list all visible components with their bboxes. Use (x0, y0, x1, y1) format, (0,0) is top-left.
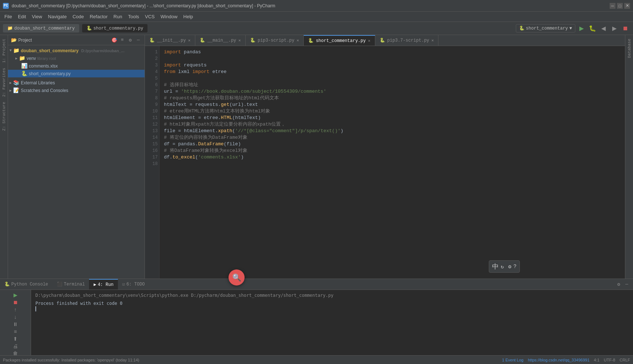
tab-short-close[interactable]: ✕ (368, 38, 371, 43)
scroll-down-button[interactable]: ↓ (11, 314, 19, 320)
tab-run[interactable]: ▶ 4: Run (89, 279, 118, 290)
ime-rotate-icon: ↻ (501, 264, 504, 270)
sidebar-item-favorites[interactable]: 2: Favorites (1, 66, 7, 99)
root-label: douban_short_commentary D:/pycharm/douba… (21, 48, 124, 53)
file-tree: ▼ 📁 douban_short_commentary D:/pycharm/d… (8, 45, 145, 279)
tab-main-close[interactable]: ✕ (238, 38, 241, 43)
external-icon: 📚 (13, 80, 19, 86)
menu-run[interactable]: Run (111, 12, 125, 21)
collapse-icon[interactable]: ≡ (119, 37, 126, 43)
code-editor[interactable]: 12345 678910 1112131415 161718 import pa… (145, 46, 625, 279)
print-button[interactable]: 🖨 (11, 343, 19, 349)
tab-main[interactable]: 🐍 __main__.py ✕ (195, 35, 246, 46)
tree-item-scratches[interactable]: ▶ 📝 Scratches and Consoles (8, 87, 145, 94)
venv-label: venv library root (27, 56, 56, 61)
menu-edit[interactable]: Edit (15, 12, 29, 21)
run-again-button[interactable]: ▶ (11, 292, 19, 298)
project-panel: 📂 Project 🎯 ≡ ⚙ — ▼ 📁 douban_short_comme… (8, 35, 145, 279)
bottom-tab-controls: ⚙ — (615, 281, 633, 288)
run-with-coverage-button[interactable]: ◀ (599, 24, 608, 33)
project-tab-label: douban_short_commentary (14, 26, 75, 31)
menu-window[interactable]: Window (158, 12, 180, 21)
run-icon: ▶ (93, 282, 96, 287)
tree-item-root[interactable]: ▼ 📁 douban_short_commentary D:/pycharm/d… (8, 47, 145, 54)
tab-pip3[interactable]: 🐍 pip3-script.py ✕ (246, 35, 304, 46)
line-numbers: 12345 678910 1112131415 161718 (145, 46, 160, 279)
sidebar-item-structure[interactable]: Z: Structure (1, 100, 7, 133)
tree-item-py[interactable]: 🐍 short_commentary.py (8, 70, 145, 77)
menu-help[interactable]: Help (180, 12, 196, 21)
tab-pip3-label: pip3-script.py (258, 38, 295, 43)
line-info: 4:1 (594, 358, 599, 362)
run-content: D:\pycharm\douban_short_commentary\venv\… (31, 290, 633, 355)
scroll-up-button[interactable]: ↑ (11, 307, 19, 313)
run-button[interactable]: ▶ (577, 24, 586, 33)
profile-button[interactable]: ▶ (610, 24, 619, 33)
menu-bar: File Edit View Navigate Code Refactor Ru… (0, 12, 633, 22)
code-line-3: import requests (164, 62, 621, 69)
project-tab[interactable]: 📁 douban_short_commentary (3, 24, 79, 32)
menu-navigate[interactable]: Navigate (45, 12, 69, 21)
list-view-button[interactable]: ≡ (11, 329, 19, 334)
sidebar-item-project[interactable]: 1: Project (1, 37, 7, 65)
ime-popup: 中 ↻ ⚙ ? (489, 260, 520, 273)
tab-pip3-close[interactable]: ✕ (297, 38, 299, 43)
clear-button[interactable]: 🗑 (11, 350, 19, 355)
find-button[interactable]: 🔍 (229, 269, 245, 286)
right-sidebar-strip: Database (625, 35, 633, 279)
tree-item-xlsx[interactable]: 📊 comments.xlsx (8, 62, 145, 70)
tab-python-console[interactable]: 🐍 Python Console (0, 279, 53, 290)
settings-icon[interactable]: ⚙ (127, 37, 134, 43)
menu-view[interactable]: View (29, 12, 45, 21)
hide-icon[interactable]: — (135, 37, 142, 43)
hide-panel-icon[interactable]: — (624, 281, 630, 288)
run-config-selector[interactable]: 🐍 short_commentary ▼ (516, 24, 575, 32)
tab-pip37-close[interactable]: ✕ (431, 38, 434, 43)
close-button[interactable]: ✕ (624, 3, 630, 9)
file-tab[interactable]: 🐍 short_commentary.py (82, 24, 148, 32)
maximize-button[interactable]: □ (617, 3, 623, 9)
database-label[interactable]: Database (626, 37, 632, 60)
menu-refactor[interactable]: Refactor (87, 12, 111, 21)
sort-button[interactable]: ⬆ (11, 336, 19, 342)
search-icon: 🔍 (232, 273, 241, 282)
stop-button[interactable]: ⏹ (621, 24, 630, 33)
stop-run-button[interactable]: ⏹ (11, 299, 19, 305)
menu-file[interactable]: File (1, 12, 15, 21)
code-line-5 (164, 75, 621, 82)
tab-todo[interactable]: ☑ 6: TODO (118, 279, 149, 290)
chevron-down-icon: ▼ (569, 26, 572, 31)
menu-vcs[interactable]: VCS (142, 12, 158, 21)
short-icon: 🐍 (308, 38, 314, 43)
tab-short-commentary[interactable]: 🐍 short_commentary.py ✕ (304, 35, 375, 46)
tab-terminal[interactable]: ⬛ Terminal (53, 279, 89, 290)
pause-button[interactable]: ⏸ (11, 321, 19, 327)
run-config-label: short_commentary (526, 26, 568, 31)
tab-init[interactable]: 🐍 __init__.py ✕ (145, 35, 195, 46)
code-content[interactable]: import pandas import requests from lxml … (160, 46, 625, 279)
pip3-icon: 🐍 (250, 38, 256, 43)
menu-tools[interactable]: Tools (125, 12, 142, 21)
ime-settings-icon[interactable]: ⚙ (508, 264, 511, 270)
code-line-11: htmlElement = etree.HTML(htmlText) (164, 115, 621, 121)
tab-init-close[interactable]: ✕ (188, 38, 191, 43)
menu-code[interactable]: Code (70, 12, 87, 21)
run-panel: ▶ ⏹ ↑ ↓ ⏸ ≡ ⬆ 🖨 🗑 D:\pycharm\douban_shor… (0, 290, 633, 355)
tab-short-label: short_commentary.py (316, 38, 366, 43)
git-link[interactable]: https://blog.csdn.net/qq_33496991 (528, 358, 590, 362)
event-log[interactable]: 1 Event Log (502, 358, 523, 362)
locate-icon[interactable]: 🎯 (111, 37, 118, 43)
bottom-tabs: 🐍 Python Console ⬛ Terminal ▶ 4: Run ☑ 6… (0, 279, 633, 290)
debug-button[interactable]: 🐛 (588, 24, 597, 33)
tab-pip37[interactable]: 🐍 pip3.7-script.py ✕ (375, 35, 439, 46)
ime-help-icon[interactable]: ? (514, 264, 517, 269)
app-icon: PC (3, 3, 9, 9)
tree-item-venv[interactable]: ▶ 📁 venv library root (8, 54, 145, 62)
tree-item-external[interactable]: ▶ 📚 External Libraries (8, 79, 145, 87)
run-tab-label: 4: Run (98, 282, 114, 287)
minimize-button[interactable]: ─ (610, 3, 615, 9)
run-output-text: Process finished with exit code 0 (35, 301, 629, 311)
folder-icon: 📁 (7, 26, 13, 31)
run-config-icon: 🐍 (519, 26, 525, 31)
settings-gear-icon[interactable]: ⚙ (615, 281, 622, 288)
